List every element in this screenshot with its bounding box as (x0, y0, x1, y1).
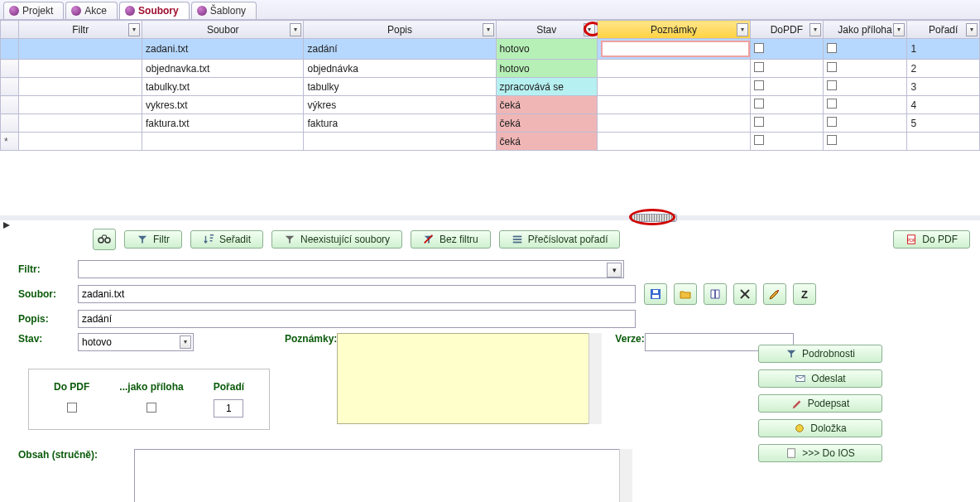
odeslat-button[interactable]: Odeslat (758, 369, 882, 388)
cell-poradi[interactable]: 3 (907, 78, 980, 96)
checkbox[interactable] (827, 99, 837, 109)
filtr-select[interactable]: ▾ (78, 260, 624, 278)
table-row[interactable]: faktura.txtfakturačeká5 (1, 114, 980, 133)
cell-soubor[interactable]: zadani.txt (142, 39, 304, 60)
cell-soubor[interactable]: objednavka.txt (142, 60, 304, 78)
cell-poznamky[interactable] (597, 78, 750, 96)
checkbox[interactable] (827, 135, 837, 145)
new-row[interactable]: *čeká (1, 133, 980, 151)
checkbox[interactable] (754, 43, 764, 53)
row-selector[interactable] (1, 96, 19, 114)
cell-soubor[interactable]: vykres.txt (142, 96, 304, 114)
dropdown-icon[interactable]: ▾ (290, 23, 301, 36)
jakopriloha-checkbox[interactable] (147, 403, 156, 413)
checkbox[interactable] (827, 43, 837, 53)
checkbox[interactable] (754, 62, 764, 72)
cell-dopdf[interactable] (751, 96, 824, 114)
binoculars-button[interactable] (93, 229, 116, 250)
dropdown-icon[interactable]: ▾ (893, 23, 905, 36)
scrollbar[interactable] (619, 449, 632, 502)
cell-filtr[interactable] (19, 60, 142, 78)
col-poznamky[interactable]: Poznámky▾ (597, 21, 750, 39)
cell-dopdf[interactable] (751, 78, 824, 96)
tab-akce[interactable]: Akce (65, 2, 118, 19)
cell-filtr[interactable] (19, 114, 142, 133)
cell-stav[interactable]: hotovo (496, 60, 597, 78)
dropdown-icon[interactable]: ▾ (584, 23, 595, 36)
cell-popis[interactable]: zadání (304, 39, 496, 60)
checkbox[interactable] (827, 117, 837, 127)
cell-jako[interactable] (823, 96, 907, 114)
cell-poradi[interactable]: 2 (907, 60, 980, 78)
cell-dopdf[interactable] (751, 60, 824, 78)
stav-select[interactable] (78, 333, 194, 351)
cell-filtr[interactable] (19, 96, 142, 114)
cell-jako[interactable] (823, 39, 907, 60)
neexistujici-button[interactable]: Neexistující soubory (271, 230, 402, 249)
checkbox[interactable] (754, 99, 764, 109)
row-selector[interactable] (1, 114, 19, 133)
checkbox[interactable] (754, 117, 764, 127)
col-jako[interactable]: Jako příloha▾ (823, 21, 907, 39)
dropdown-icon[interactable]: ▾ (483, 23, 494, 36)
cell-jako[interactable] (823, 78, 907, 96)
scrollbar[interactable] (588, 333, 602, 424)
col-dopdf[interactable]: DoPDF▾ (751, 21, 824, 39)
expand-toggle-icon[interactable] (2, 220, 12, 230)
delete-button[interactable] (733, 283, 757, 305)
row-selector[interactable] (1, 60, 19, 78)
cell-poznamky[interactable] (597, 60, 750, 78)
poradi-input[interactable] (214, 399, 243, 418)
checkbox[interactable] (754, 80, 764, 90)
poznamky-input[interactable] (601, 41, 750, 57)
cell-poradi[interactable]: 5 (907, 114, 980, 133)
cell-poznamky[interactable] (597, 114, 750, 133)
checkbox[interactable] (754, 135, 764, 145)
cell-stav[interactable]: čeká (496, 96, 597, 114)
dropdown-icon[interactable]: ▾ (809, 23, 821, 36)
cell-stav[interactable]: čeká (496, 114, 597, 133)
dropdown-icon[interactable]: ▾ (737, 23, 748, 36)
cell-poradi[interactable]: 1 (907, 39, 980, 60)
seradit-button[interactable]: Seřadit (190, 230, 263, 249)
cell-popis[interactable]: výkres (304, 96, 496, 114)
do-pdf-button[interactable]: PDFDo PDF (893, 230, 970, 249)
chevron-down-icon[interactable]: ▾ (180, 335, 191, 349)
cell-popis[interactable]: objednávka (304, 60, 496, 78)
col-stav[interactable]: Stav▾ (496, 21, 597, 39)
book-button[interactable] (704, 283, 727, 305)
cell-filtr[interactable] (19, 78, 142, 96)
row-selector[interactable] (1, 78, 19, 96)
cell-dopdf[interactable] (751, 114, 824, 133)
row-selector[interactable] (1, 39, 19, 60)
filtr-button[interactable]: Filtr (124, 230, 182, 249)
cell-popis[interactable]: faktura (304, 114, 496, 133)
cell-soubor[interactable]: faktura.txt (142, 114, 304, 133)
precislovat-button[interactable]: Přečíslovat pořadí (499, 230, 621, 249)
cell-stav[interactable]: čeká (496, 133, 597, 151)
col-filtr[interactable]: Filtr▾ (19, 21, 142, 39)
soubor-input[interactable] (78, 285, 636, 303)
cell-dopdf[interactable] (751, 39, 824, 60)
do-ios-button[interactable]: >>> Do IOS (758, 444, 882, 462)
new-row-marker[interactable]: * (1, 133, 19, 151)
checkbox[interactable] (827, 62, 837, 72)
col-poradi[interactable]: Pořadí▾ (907, 21, 980, 39)
podepsat-button[interactable]: Podepsat (758, 394, 882, 413)
tab-sablony[interactable]: Šablony (191, 2, 257, 19)
table-row[interactable]: objednavka.txtobjednávkahotovo2 (1, 60, 980, 78)
dopdf-checkbox[interactable] (67, 403, 77, 413)
cell-poradi[interactable]: 4 (907, 96, 980, 114)
cell-stav[interactable]: zpracovává se (496, 78, 597, 96)
cell-filtr[interactable] (19, 39, 142, 60)
table-row[interactable]: zadani.txtzadáníhotovo1 (1, 39, 980, 60)
tab-soubory[interactable]: Soubory (119, 2, 190, 19)
podrobnosti-button[interactable]: Podrobnosti (758, 345, 882, 363)
cell-popis[interactable]: tabulky (304, 78, 496, 96)
col-soubor[interactable]: Soubor▾ (142, 21, 304, 39)
cell-stav[interactable]: hotovo (496, 39, 597, 60)
z-button[interactable]: Z (793, 283, 816, 305)
cell-poznamky[interactable] (597, 96, 750, 114)
dropdown-icon[interactable]: ▾ (128, 23, 140, 36)
chevron-down-icon[interactable]: ▾ (607, 263, 622, 278)
